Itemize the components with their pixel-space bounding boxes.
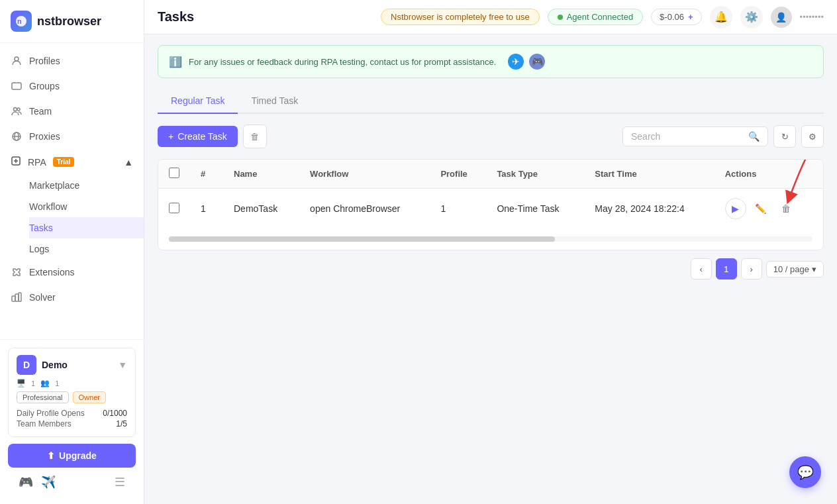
discord-link-icon[interactable]: 🎮 [529, 54, 545, 70]
credit-button[interactable]: $-0.06 + [651, 9, 701, 25]
scroll-track[interactable] [169, 236, 812, 242]
sidebar-item-rpa[interactable]: RPA Trial ▲ [0, 149, 144, 175]
rpa-chevron-icon: ▲ [124, 157, 133, 168]
stat-value-members: 1/5 [116, 419, 127, 428]
next-page-button[interactable]: › [741, 258, 762, 279]
logo[interactable]: n nstbrowser [0, 0, 144, 43]
notification-button[interactable]: 🔔 [710, 6, 732, 28]
page-1-button[interactable]: 1 [716, 258, 737, 279]
workspace-name: Demo [42, 360, 68, 370]
info-icon: ℹ️ [169, 56, 182, 68]
sidebar-item-tasks[interactable]: Tasks [29, 217, 144, 238]
logo-text: nstbrowser [37, 15, 101, 28]
sidebar-item-tasks-label: Tasks [29, 223, 53, 233]
toolbar-right: 🔍 ↻ ⚙ [622, 125, 824, 148]
row-checkbox-cell [158, 189, 190, 229]
per-page-chevron-icon: ▾ [812, 264, 816, 274]
upgrade-button[interactable]: ⬆ Upgrade [8, 444, 136, 468]
run-button[interactable]: ▶ [725, 198, 746, 219]
th-name: Name [223, 160, 299, 189]
table: # Name Workflow Profile Task Type Start … [158, 160, 823, 228]
banner-text: For any issues or feedback during RPA te… [189, 57, 496, 67]
chat-bubble[interactable]: 💬 [789, 456, 821, 488]
workspace-avatar: D [17, 355, 36, 375]
bell-icon: 🔔 [714, 11, 728, 23]
workspace-card: D Demo ▼ 🖥️ 1 👥 1 Professional Owner Dai… [8, 348, 136, 437]
info-banner: ℹ️ For any issues or feedback during RPA… [158, 45, 824, 78]
proxies-icon [11, 130, 23, 142]
menu-icon[interactable]: ☰ [115, 475, 125, 489]
topbar: Tasks Nstbrowser is completely free to u… [144, 0, 837, 34]
rpa-icon [11, 156, 21, 168]
users-count: 1 [55, 379, 59, 387]
sidebar-item-logs[interactable]: Logs [29, 238, 144, 260]
content-area: ℹ️ For any issues or feedback during RPA… [144, 34, 837, 504]
plus-icon: + [168, 131, 173, 142]
tab-timed-task[interactable]: Timed Task [238, 89, 311, 114]
discord-icon[interactable]: 🎮 [19, 475, 33, 489]
svg-rect-11 [19, 293, 21, 301]
row-id: 1 [190, 189, 223, 229]
users-icon: 👥 [40, 379, 50, 387]
profiles-icon [11, 55, 23, 67]
table-scroll[interactable]: # Name Workflow Profile Task Type Start … [158, 160, 823, 228]
rpa-label: RPA [28, 157, 46, 168]
settings-button[interactable]: ⚙️ [740, 6, 763, 28]
select-all-checkbox[interactable] [169, 168, 179, 178]
svg-rect-3 [12, 83, 21, 89]
th-workflow: Workflow [299, 160, 430, 189]
svg-point-2 [15, 57, 19, 61]
workspace-left: D Demo [17, 355, 68, 375]
th-number: # [190, 160, 223, 189]
badge-owner: Owner [73, 391, 106, 403]
sidebar-footer: 🎮 ✈️ ☰ [8, 468, 136, 496]
task-tabs: Regular Task Timed Task [158, 89, 824, 114]
workspace-badges: Professional Owner [17, 391, 127, 403]
credit-plus-icon: + [688, 12, 693, 22]
search-icon: 🔍 [748, 131, 760, 142]
avatar[interactable]: 👤 [771, 7, 792, 28]
stat-row-opens: Daily Profile Opens 0/1000 [17, 409, 127, 418]
agent-connected-label: Agent Connected [567, 12, 633, 22]
delete-button[interactable]: 🗑 [775, 198, 797, 219]
table-body: 1 DemoTask open ChromeBrowser 1 One-Time… [158, 189, 823, 229]
bulk-delete-button[interactable]: 🗑 [243, 125, 267, 148]
solver-icon [11, 291, 23, 303]
sidebar-item-groups[interactable]: Groups [0, 74, 144, 99]
sidebar-item-extensions[interactable]: Extensions [0, 260, 144, 285]
refresh-button[interactable]: ↻ [773, 125, 796, 148]
credit-amount: $-0.06 [660, 12, 684, 22]
rpa-sub-nav: Marketplace Workflow Tasks Logs [0, 175, 144, 260]
sidebar-item-marketplace[interactable]: Marketplace [29, 175, 144, 196]
sidebar-item-team[interactable]: Team [0, 99, 144, 124]
sidebar-item-team-label: Team [29, 106, 52, 117]
sidebar-item-proxies[interactable]: Proxies [0, 124, 144, 149]
rpa-left: RPA Trial [11, 156, 74, 168]
chat-icon: 💬 [797, 464, 814, 480]
sidebar-item-groups-label: Groups [29, 81, 60, 91]
telegram-link-icon[interactable]: ✈ [508, 54, 524, 70]
topbar-right: Nstbrowser is completely free to use Age… [381, 6, 824, 28]
tasks-table: # Name Workflow Profile Task Type Start … [158, 159, 824, 250]
per-page-select[interactable]: 10 / page ▾ [766, 261, 824, 277]
avatar-icon: 👤 [775, 12, 787, 23]
create-task-button[interactable]: + Create Task [158, 126, 238, 147]
tab-regular-task[interactable]: Regular Task [158, 89, 238, 114]
row-start-time: May 28, 2024 18:22:4 [584, 189, 714, 229]
sidebar: n nstbrowser Profiles Groups [0, 0, 144, 504]
workspace-chevron-icon[interactable]: ▼ [118, 360, 127, 370]
sidebar-item-workflow[interactable]: Workflow [29, 196, 144, 217]
sidebar-item-profiles[interactable]: Profiles [0, 48, 144, 74]
table-header: # Name Workflow Profile Task Type Start … [158, 160, 823, 189]
telegram-icon[interactable]: ✈️ [41, 475, 56, 489]
free-badge: Nstbrowser is completely free to use [381, 9, 540, 25]
monitor-icon: 🖥️ [17, 379, 26, 387]
column-settings-button[interactable]: ⚙ [801, 125, 824, 148]
search-input[interactable] [631, 131, 743, 142]
play-icon: ▶ [732, 203, 739, 214]
edit-button[interactable]: ✏️ [750, 198, 771, 219]
team-icon [11, 105, 23, 117]
prev-page-button[interactable]: ‹ [691, 258, 712, 279]
sidebar-item-solver[interactable]: Solver [0, 285, 144, 310]
row-checkbox[interactable] [169, 203, 179, 213]
